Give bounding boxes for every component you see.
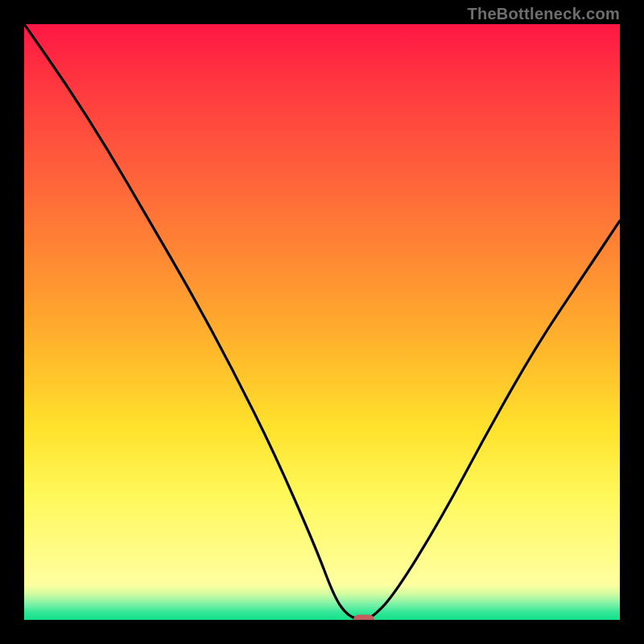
curve-path [24, 24, 620, 620]
chart-frame: TheBottleneck.com [0, 0, 644, 644]
plot-area [24, 24, 620, 620]
optimal-marker [353, 615, 374, 621]
bottleneck-curve [24, 24, 620, 620]
watermark-text: TheBottleneck.com [467, 5, 620, 23]
